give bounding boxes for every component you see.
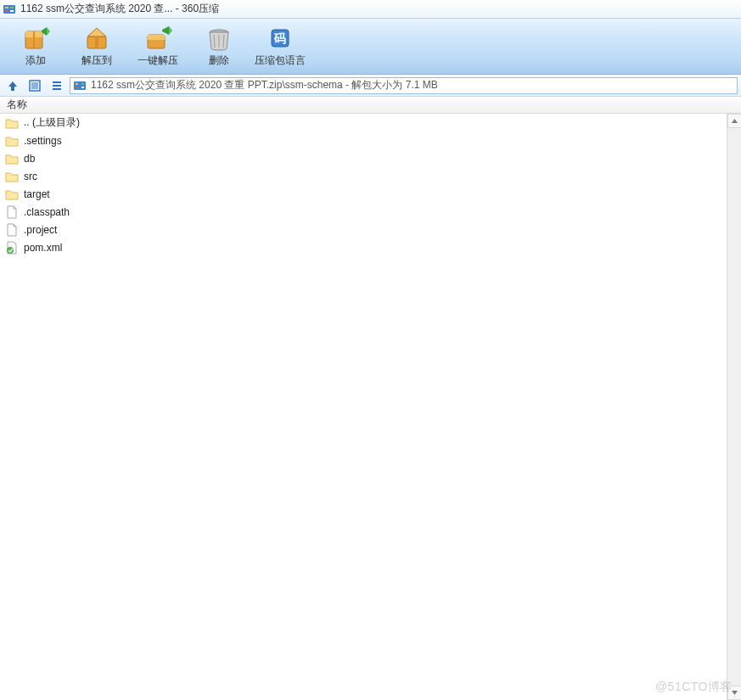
file-name: src bbox=[24, 171, 37, 182]
delete-label: 删除 bbox=[209, 53, 229, 68]
xml-file-icon bbox=[5, 241, 19, 255]
archive-extract-icon bbox=[82, 25, 111, 52]
archive-language-button[interactable]: 码 压缩包语言 bbox=[250, 20, 311, 73]
svg-rect-4 bbox=[10, 10, 14, 12]
up-arrow-icon bbox=[7, 80, 19, 92]
svg-marker-11 bbox=[87, 28, 106, 36]
list-item[interactable]: target bbox=[0, 185, 741, 203]
app-icon bbox=[3, 3, 15, 15]
file-icon bbox=[5, 223, 19, 237]
extract-to-label: 解压到 bbox=[81, 53, 112, 68]
language-icon: 码 bbox=[266, 25, 295, 52]
vertical-scrollbar[interactable] bbox=[727, 114, 741, 700]
grid-view-icon bbox=[29, 80, 41, 92]
archive-add-icon bbox=[21, 25, 50, 52]
column-header[interactable]: 名称 bbox=[0, 97, 741, 114]
svg-rect-29 bbox=[74, 81, 86, 90]
file-list: .. (上级目录) .settings db src target . bbox=[0, 114, 741, 700]
file-name: .. (上级目录) bbox=[24, 115, 80, 130]
list-item[interactable]: src bbox=[0, 167, 741, 185]
folder-icon bbox=[5, 152, 19, 165]
main-toolbar: 添加 解压到 一键解压 bbox=[0, 19, 741, 75]
svg-marker-35 bbox=[732, 119, 738, 123]
svg-rect-1 bbox=[5, 7, 8, 8]
column-name: 名称 bbox=[7, 98, 27, 112]
svg-rect-2 bbox=[10, 7, 14, 8]
add-label: 添加 bbox=[25, 53, 46, 68]
svg-rect-3 bbox=[5, 10, 8, 12]
svg-rect-25 bbox=[31, 82, 38, 89]
svg-rect-33 bbox=[81, 87, 84, 88]
file-name: .classpath bbox=[24, 206, 70, 218]
list-item[interactable]: .project bbox=[0, 221, 741, 238]
svg-marker-9 bbox=[47, 27, 50, 36]
file-name: target bbox=[24, 188, 50, 200]
list-item[interactable]: .classpath bbox=[0, 203, 741, 221]
address-bar[interactable]: 1162 ssm公交查询系统 2020 查重 PPT.zip\ssm-schem… bbox=[70, 77, 738, 94]
svg-text:码: 码 bbox=[273, 31, 286, 45]
navigation-bar: 1162 ssm公交查询系统 2020 查重 PPT.zip\ssm-schem… bbox=[0, 75, 741, 97]
folder-icon bbox=[5, 134, 19, 148]
svg-rect-30 bbox=[76, 83, 78, 85]
trash-icon bbox=[205, 25, 233, 52]
title-bar: 1162 ssm公交查询系统 2020 查... - 360压缩 bbox=[0, 0, 741, 19]
file-name: .project bbox=[24, 224, 57, 236]
svg-rect-7 bbox=[33, 31, 35, 48]
view-icons-button[interactable] bbox=[25, 77, 44, 94]
language-label: 压缩包语言 bbox=[255, 53, 306, 68]
chevron-down-icon bbox=[731, 689, 738, 697]
watermark: @51CTO博客 bbox=[655, 680, 733, 695]
list-item-parent[interactable]: .. (上级目录) bbox=[0, 114, 741, 132]
svg-marker-15 bbox=[162, 26, 169, 35]
delete-button[interactable]: 删除 bbox=[188, 20, 250, 73]
view-list-button[interactable] bbox=[48, 77, 66, 94]
one-click-extract-button[interactable]: 一键解压 bbox=[127, 20, 188, 73]
folder-icon bbox=[5, 188, 19, 201]
chevron-up-icon bbox=[731, 117, 738, 125]
add-button[interactable]: 添加 bbox=[5, 20, 66, 73]
file-icon bbox=[5, 205, 19, 219]
svg-marker-23 bbox=[8, 81, 17, 91]
file-name: .settings bbox=[24, 135, 62, 147]
archive-path-icon bbox=[74, 80, 86, 92]
svg-rect-12 bbox=[95, 36, 98, 48]
address-path: 1162 ssm公交查询系统 2020 查重 PPT.zip\ssm-schem… bbox=[91, 78, 438, 92]
folder-icon bbox=[5, 170, 19, 183]
folder-up-icon bbox=[5, 116, 19, 130]
file-name: pom.xml bbox=[24, 242, 62, 254]
window-title: 1162 ssm公交查询系统 2020 查... - 360压缩 bbox=[20, 2, 219, 16]
list-item[interactable]: pom.xml bbox=[0, 238, 741, 256]
svg-rect-0 bbox=[3, 5, 15, 14]
list-view-icon bbox=[51, 80, 63, 92]
extract-to-button[interactable]: 解压到 bbox=[66, 20, 127, 73]
svg-marker-16 bbox=[169, 26, 172, 35]
svg-marker-36 bbox=[732, 691, 738, 695]
svg-rect-31 bbox=[81, 83, 84, 85]
file-name: db bbox=[24, 153, 35, 165]
list-item[interactable]: db bbox=[0, 149, 741, 167]
up-button[interactable] bbox=[3, 77, 22, 94]
svg-rect-32 bbox=[76, 87, 78, 88]
list-item[interactable]: .settings bbox=[0, 132, 741, 149]
archive-oneclick-icon bbox=[143, 25, 172, 52]
one-click-label: 一键解压 bbox=[138, 53, 178, 68]
svg-rect-14 bbox=[148, 35, 165, 40]
scroll-down-button[interactable] bbox=[727, 686, 741, 700]
scroll-up-button[interactable] bbox=[727, 114, 741, 128]
